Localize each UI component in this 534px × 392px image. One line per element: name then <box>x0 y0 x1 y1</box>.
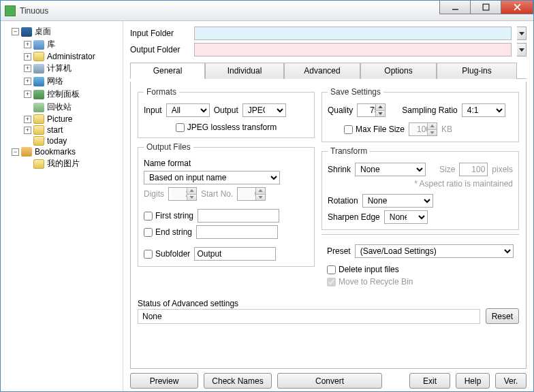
max-file-check[interactable]: Max File Size <box>344 125 405 134</box>
svg-marker-6 <box>189 189 193 192</box>
expander-icon[interactable]: + <box>24 78 31 85</box>
tree-label: start <box>47 125 63 135</box>
expander-icon[interactable]: + <box>24 53 31 61</box>
delete-input-check[interactable]: Delete input files <box>327 265 399 274</box>
output-files-legend: Output Files <box>144 142 193 152</box>
save-settings-legend: Save Settings <box>328 87 383 97</box>
tab-plugins[interactable]: Plug-ins <box>437 63 517 79</box>
check-names-button[interactable]: Check Names <box>204 373 272 389</box>
max-file-label: Max File Size <box>356 125 405 134</box>
digits-spinner[interactable] <box>168 187 197 201</box>
tree-label: 我的图片 <box>47 158 80 169</box>
expander-icon[interactable]: − <box>12 28 19 35</box>
subfolder-label: Subfolder <box>155 249 190 259</box>
tree-item-mypics[interactable]: 我的图片 <box>2 157 121 170</box>
tree-item-control[interactable]: +控制面板 <box>2 88 121 101</box>
tree-item-recycle[interactable]: 回收站 <box>2 101 121 114</box>
tree-item-picture[interactable]: +Picture <box>2 114 121 125</box>
expander-icon[interactable]: + <box>24 91 31 98</box>
spin-down-icon[interactable] <box>255 195 265 201</box>
tree-label: 计算机 <box>47 63 72 74</box>
name-format-select[interactable]: Based on input name <box>144 171 280 184</box>
expander-icon[interactable]: + <box>24 41 31 48</box>
output-format-select[interactable]: JPEG <box>242 103 286 117</box>
svg-marker-12 <box>430 125 434 127</box>
output-folder-field[interactable] <box>194 43 512 56</box>
folder-icon <box>33 159 44 169</box>
sampling-select[interactable]: 4:1 <box>462 103 505 117</box>
input-folder-label: Input Folder <box>130 29 189 38</box>
recycle-icon <box>33 103 44 112</box>
tree-item-computer[interactable]: +计算机 <box>2 62 121 75</box>
ver-button[interactable]: Ver. <box>495 373 527 389</box>
expander-icon[interactable]: + <box>24 116 31 123</box>
subfolder-input[interactable] <box>194 247 276 261</box>
tab-individual[interactable]: Individual <box>205 63 284 79</box>
spin-up-icon[interactable] <box>375 104 385 111</box>
spin-up-icon[interactable] <box>427 123 437 130</box>
tree-item-start[interactable]: +start <box>2 125 121 135</box>
expander-icon[interactable]: + <box>24 65 31 72</box>
tree-item-bookmarks[interactable]: −Bookmarks <box>2 146 121 157</box>
lossless-check[interactable]: JPEG lossless transform <box>176 122 277 132</box>
rotation-select[interactable]: None <box>362 194 433 208</box>
first-string-check[interactable]: First string <box>144 211 193 220</box>
max-file-spinner[interactable] <box>409 122 437 136</box>
delete-input-checkbox[interactable] <box>327 265 336 274</box>
spin-down-icon[interactable] <box>187 195 196 201</box>
close-button[interactable] <box>501 1 533 14</box>
transform-group: Transform Shrink None Size pixels * Aspe… <box>321 146 519 230</box>
tree-item-today[interactable]: today <box>2 135 121 146</box>
svg-marker-7 <box>189 196 193 199</box>
output-folder-dropdown[interactable] <box>517 43 527 56</box>
desktop-icon <box>21 27 32 37</box>
preset-select[interactable]: (Save/Load Settings) <box>355 244 514 258</box>
spin-up-icon[interactable] <box>187 188 196 195</box>
svg-marker-10 <box>379 105 383 108</box>
tree-item-admin[interactable]: +Administrator <box>2 51 121 62</box>
expander-icon[interactable]: − <box>12 148 19 156</box>
help-button[interactable]: Help <box>456 373 490 389</box>
size-unit: pixels <box>492 165 513 174</box>
folder-tree[interactable]: −桌面 +库 +Administrator +计算机 +网络 +控制面板 回收站… <box>1 21 123 391</box>
spin-down-icon[interactable] <box>427 130 437 136</box>
startno-spinner[interactable] <box>237 187 266 201</box>
subfolder-checkbox[interactable] <box>144 250 153 259</box>
first-string-input[interactable] <box>198 209 279 223</box>
spin-down-icon[interactable] <box>375 111 385 117</box>
subfolder-check[interactable]: Subfolder <box>144 249 190 259</box>
minimize-button[interactable] <box>439 1 471 14</box>
tab-advanced[interactable]: Advanced <box>284 63 360 79</box>
max-file-checkbox[interactable] <box>344 125 353 134</box>
input-folder-dropdown[interactable] <box>517 27 527 40</box>
lossless-checkbox[interactable] <box>176 123 185 132</box>
spin-up-icon[interactable] <box>255 188 265 195</box>
size-label: Size <box>439 165 455 174</box>
tree-item-desktop[interactable]: −桌面 <box>2 25 121 38</box>
end-string-input[interactable] <box>196 225 278 239</box>
sampling-label: Sampling Ratio <box>402 105 457 115</box>
input-folder-field[interactable] <box>194 27 512 40</box>
preview-button[interactable]: Preview <box>130 373 198 389</box>
exit-button[interactable]: Exit <box>409 373 450 389</box>
end-string-checkbox[interactable] <box>144 228 153 237</box>
expander-icon[interactable]: + <box>24 127 31 134</box>
convert-button[interactable]: Convert <box>277 373 382 389</box>
first-string-checkbox[interactable] <box>144 212 153 220</box>
end-string-check[interactable]: End string <box>144 227 192 237</box>
input-format-select[interactable]: All <box>166 103 210 117</box>
tree-label: today <box>47 136 67 146</box>
tab-general[interactable]: General <box>130 63 205 79</box>
reset-button[interactable]: Reset <box>486 308 519 324</box>
tree-item-network[interactable]: +网络 <box>2 75 121 88</box>
output-folder-label: Output Folder <box>130 45 189 54</box>
size-input[interactable] <box>459 163 488 176</box>
maximize-button[interactable] <box>470 1 501 14</box>
tree-label: 回收站 <box>47 101 72 113</box>
shrink-select[interactable]: None <box>355 163 426 176</box>
sharpen-select[interactable]: None <box>384 210 428 224</box>
tree-item-lib[interactable]: +库 <box>2 38 121 51</box>
quality-spinner[interactable] <box>357 103 386 117</box>
tab-options[interactable]: Options <box>360 63 437 79</box>
tree-label: 网络 <box>47 76 63 87</box>
